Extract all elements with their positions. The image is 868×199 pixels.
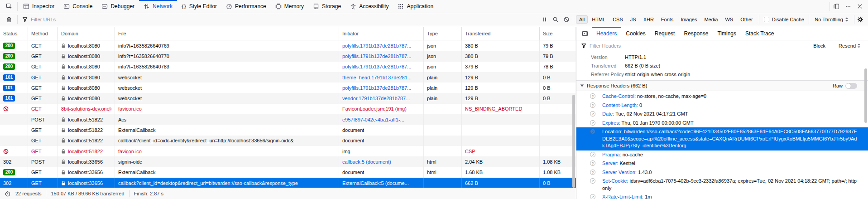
type-filter-ws[interactable]: WS — [722, 15, 736, 24]
type-filter-images[interactable]: Images — [677, 15, 700, 24]
type-filter-xhr[interactable]: XHR — [640, 15, 657, 24]
table-row[interactable]: 101GETlocalhost:8080websockettheme_head.… — [0, 72, 576, 83]
table-row[interactable]: 200GETlocalhost:33656ExternalCallbackdoc… — [0, 167, 576, 178]
detail-pane-scrollbar[interactable] — [864, 68, 867, 123]
table-row[interactable]: 302GETlocalhost:33656callback?client_id=… — [0, 178, 576, 188]
detail-tab-response[interactable]: Response — [679, 27, 713, 40]
toolbox-tab-memory[interactable]: Memory — [271, 0, 308, 13]
column-header-domain[interactable]: Domain — [58, 27, 115, 40]
filter-urls-input[interactable] — [31, 17, 539, 22]
type-filter-media[interactable]: Media — [701, 15, 721, 24]
request-list-scrollbar[interactable] — [572, 95, 575, 188]
meatball-menu-icon[interactable] — [843, 1, 854, 12]
pick-element-icon[interactable] — [4, 1, 14, 12]
type-filter-js[interactable]: JS — [627, 15, 639, 24]
initiator-text[interactable]: vendor.1791b137de281b787... — [342, 96, 410, 101]
help-icon[interactable]: ? — [590, 120, 595, 126]
disable-cache-checkbox[interactable] — [764, 17, 769, 22]
initiator-text[interactable]: theme_head.1791b137de281... — [342, 75, 412, 80]
clear-requests-trash-icon[interactable] — [4, 14, 14, 25]
detail-tab-cookies[interactable]: Cookies — [621, 27, 650, 40]
search-icon[interactable] — [550, 14, 561, 25]
initiator-text[interactable]: polyfills.1791b137de281b787... — [342, 85, 411, 91]
filter-headers-input[interactable] — [590, 43, 807, 49]
column-header-transferred[interactable]: Transferred — [462, 27, 540, 40]
resend-button[interactable]: Resend — [835, 43, 864, 49]
help-icon[interactable]: ? — [590, 111, 595, 116]
response-header-row[interactable]: ?Expires: Thu, 01 Jan 1970 00:00:00 GMT — [576, 119, 868, 128]
table-row[interactable]: GETlocalhost:51822callback?client_id=oid… — [0, 136, 576, 146]
response-header-row[interactable]: ?Server-Version: 1.43.0 — [576, 168, 868, 177]
throttling-dropdown[interactable]: No Throttling — [810, 17, 853, 22]
initiator-text[interactable]: e957f897-042e-4ba1-aff1-... — [342, 117, 404, 122]
initiator-text[interactable]: polyfills.1791b137de281b787... — [342, 43, 411, 49]
responsive-design-icon[interactable] — [831, 1, 842, 12]
twisty-down-icon[interactable] — [580, 84, 584, 87]
column-header-file[interactable]: File — [115, 27, 339, 40]
response-header-row[interactable]: ?Set-Cookie: idsrv=adf6cba1-7075-402b-9e… — [576, 177, 868, 193]
table-row[interactable]: GETlocalhost:51822ExternalCallbackdocume… — [0, 125, 576, 135]
help-icon[interactable]: ? — [590, 152, 595, 157]
table-row[interactable]: 101GETlocalhost:8080websocketvendor.1791… — [0, 93, 576, 103]
type-filter-html[interactable]: HTML — [589, 15, 609, 24]
table-row[interactable]: 101GETlocalhost:8080websocketpolyfills.1… — [0, 83, 576, 93]
table-row[interactable]: POSTlocalhost:51822Acse957f897-042e-4ba1… — [0, 114, 576, 125]
response-header-row[interactable]: ?Content-Length: 0 — [576, 101, 868, 110]
toolbox-tab-debugger[interactable]: Debugger — [97, 0, 139, 13]
help-icon[interactable]: ? — [590, 194, 595, 199]
close-icon[interactable] — [854, 1, 865, 12]
table-row[interactable]: 200GETlocalhost:8080info?t=1635826640769… — [0, 40, 576, 51]
help-icon[interactable]: ? — [590, 160, 595, 166]
block-url-button[interactable]: Block — [810, 43, 829, 49]
column-header-type[interactable]: Type — [424, 27, 462, 40]
help-icon[interactable]: ? — [590, 129, 595, 134]
table-row[interactable]: 200GETlocalhost:8080info?t=1635826640783… — [0, 62, 576, 72]
initiator-text[interactable]: polyfills.1791b137de281b787... — [342, 64, 411, 69]
table-row[interactable]: GETlocalhost:51822favicon.icoimgCSP — [0, 146, 576, 156]
gear-icon[interactable] — [857, 16, 863, 23]
help-icon[interactable]: ? — [590, 178, 595, 184]
column-header-initiator[interactable]: Initiator — [339, 27, 424, 40]
toolbox-tab-style-editor[interactable]: {}Style Editor — [177, 0, 221, 13]
response-header-row[interactable]: ?Date: Tue, 02 Nov 2021 04:17:21 GMT — [576, 110, 868, 119]
response-header-row[interactable]: ?Cache-Control: no-store, no-cache, max-… — [576, 92, 868, 101]
raw-toggle[interactable] — [845, 83, 857, 89]
initiator-text[interactable]: polyfills.1791b137de281b787... — [342, 53, 411, 59]
initiator-text[interactable]: callback:5 (document) — [342, 159, 391, 165]
help-icon[interactable]: ? — [590, 102, 595, 108]
response-header-row[interactable]: ?Location: bitwarden://sso-callback?code… — [576, 127, 868, 150]
response-headers-section-header[interactable]: Response Headers (662 B) Raw — [576, 80, 868, 91]
pause-icon[interactable] — [539, 14, 550, 25]
toolbox-tab-network[interactable]: Network — [139, 0, 177, 13]
toolbox-tab-console[interactable]: Console — [59, 0, 97, 13]
table-row[interactable]: 302POSTlocalhost:33656signin-oidccallbac… — [0, 156, 576, 167]
table-row[interactable]: 200GETlocalhost:8080info?t=1635826640770… — [0, 51, 576, 61]
response-header-row[interactable]: ?X-Rate-Limit-Limit: 1m — [576, 193, 868, 199]
block-icon[interactable] — [561, 14, 572, 25]
column-header-size[interactable]: Size — [540, 27, 575, 40]
response-header-row[interactable]: ?Pragma: no-cache — [576, 150, 868, 160]
table-row[interactable]: GET8bit-solutions-dev.onelogin....favico… — [0, 104, 576, 114]
collapse-panel-icon[interactable] — [578, 27, 592, 40]
type-filter-fonts[interactable]: Fonts — [658, 15, 677, 24]
help-icon[interactable]: ? — [590, 170, 595, 175]
toolbox-tab-performance[interactable]: Performance — [221, 0, 271, 13]
column-header-status[interactable]: Status — [0, 27, 28, 40]
toolbox-tab-storage[interactable]: Storage — [308, 0, 345, 13]
detail-tab-headers[interactable]: Headers — [592, 27, 621, 40]
initiator-text[interactable]: ExternalCallback:5 (docume... — [342, 180, 409, 186]
toolbox-tab-inspector[interactable]: Inspector — [19, 0, 59, 13]
toolbox-tab-application[interactable]: Application — [393, 0, 438, 13]
detail-tab-stack-trace[interactable]: Stack Trace — [741, 27, 778, 40]
type-filter-all[interactable]: All — [576, 15, 588, 24]
type-filter-other[interactable]: Other — [737, 15, 756, 24]
detail-tab-request[interactable]: Request — [650, 27, 680, 40]
help-icon[interactable]: ? — [590, 93, 595, 99]
stopwatch-icon[interactable] — [5, 190, 11, 197]
toolbox-tab-accessibility[interactable]: Accessibility — [345, 0, 393, 13]
detail-tab-timings[interactable]: Timings — [713, 27, 741, 40]
column-header-method[interactable]: Method — [28, 27, 58, 40]
type-filter-css[interactable]: CSS — [609, 15, 626, 24]
disable-cache-toggle[interactable]: Disable Cache — [760, 17, 808, 22]
response-header-row[interactable]: ?Server: Kestrel — [576, 159, 868, 168]
